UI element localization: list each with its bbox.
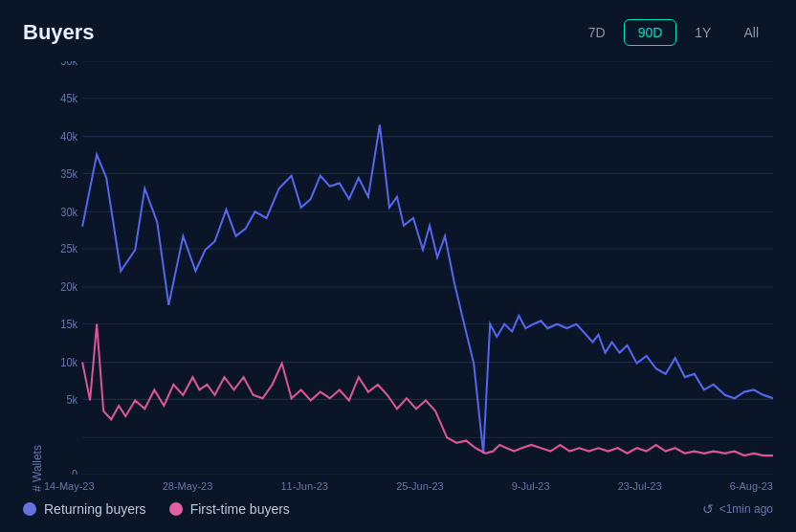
svg-text:30k: 30k bbox=[60, 205, 77, 218]
buyers-chart-container: Buyers 7D 90D 1Y All # Wallets bbox=[0, 0, 796, 532]
refresh-info: ↺ <1min ago bbox=[702, 501, 773, 517]
x-label-5: 23-Jul-23 bbox=[618, 480, 662, 492]
x-label-6: 6-Aug-23 bbox=[730, 480, 773, 492]
btn-all[interactable]: All bbox=[729, 19, 773, 46]
svg-text:20k: 20k bbox=[60, 280, 77, 294]
x-label-1: 28-May-23 bbox=[163, 480, 213, 492]
btn-7d[interactable]: 7D bbox=[574, 19, 620, 46]
svg-text:15k: 15k bbox=[60, 318, 77, 331]
svg-text:35k: 35k bbox=[60, 166, 77, 180]
chart-area: # Wallets 50k bbox=[23, 61, 773, 492]
svg-text:10k: 10k bbox=[60, 355, 77, 368]
btn-1y[interactable]: 1Y bbox=[680, 19, 725, 46]
x-label-0: 14-May-23 bbox=[44, 480, 95, 492]
firsttime-buyers-legend: First-time buyers bbox=[169, 501, 290, 517]
svg-text:50k: 50k bbox=[60, 61, 77, 68]
returning-buyers-label: Returning buyers bbox=[44, 501, 146, 517]
refresh-icon: ↺ bbox=[702, 501, 714, 517]
chart-plot: 50k 45k 40k 35k 30k 25k 20k 15k 10k 5k 0 bbox=[44, 61, 773, 475]
y-axis-label: # Wallets bbox=[23, 61, 44, 492]
svg-text:40k: 40k bbox=[60, 130, 77, 144]
chart-title: Buyers bbox=[23, 20, 95, 45]
time-controls: 7D 90D 1Y All bbox=[574, 19, 773, 46]
chart-svg: 50k 45k 40k 35k 30k 25k 20k 15k 10k 5k 0 bbox=[44, 61, 773, 475]
chart-inner: 50k 45k 40k 35k 30k 25k 20k 15k 10k 5k 0 bbox=[44, 61, 773, 492]
svg-text:0: 0 bbox=[72, 468, 77, 475]
firsttime-buyers-line bbox=[82, 324, 773, 455]
firsttime-buyers-label: First-time buyers bbox=[190, 501, 290, 517]
x-label-2: 11-Jun-23 bbox=[280, 480, 328, 492]
chart-legend: Returning buyers First-time buyers ↺ <1m… bbox=[23, 501, 773, 517]
svg-text:25k: 25k bbox=[60, 242, 77, 255]
svg-text:5k: 5k bbox=[66, 392, 77, 406]
returning-buyers-legend: Returning buyers bbox=[23, 501, 146, 517]
returning-buyers-dot bbox=[23, 502, 36, 516]
firsttime-buyers-dot bbox=[169, 502, 183, 516]
x-label-4: 9-Jul-23 bbox=[512, 480, 550, 492]
refresh-label: <1min ago bbox=[719, 502, 773, 516]
legend-left: Returning buyers First-time buyers bbox=[23, 501, 290, 517]
x-axis-labels: 14-May-23 28-May-23 11-Jun-23 25-Jun-23 … bbox=[44, 475, 773, 492]
returning-buyers-line bbox=[82, 124, 773, 453]
svg-text:45k: 45k bbox=[60, 92, 77, 105]
x-label-3: 25-Jun-23 bbox=[396, 480, 444, 492]
btn-90d[interactable]: 90D bbox=[624, 19, 677, 46]
chart-header: Buyers 7D 90D 1Y All bbox=[23, 19, 773, 46]
